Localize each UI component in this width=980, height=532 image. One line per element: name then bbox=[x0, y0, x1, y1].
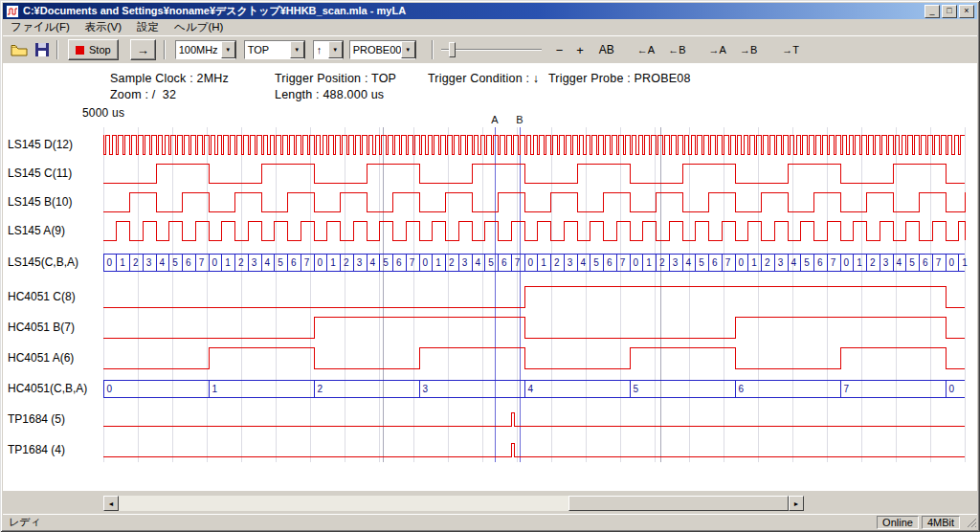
ab-span-button[interactable]: AB bbox=[594, 41, 619, 58]
run-button[interactable]: → bbox=[130, 39, 156, 60]
chevron-down-icon: ▼ bbox=[290, 41, 304, 58]
app-window: C:¥Documents and Settings¥noname¥デスクトップ¥… bbox=[0, 0, 980, 532]
bus-value: 3 bbox=[462, 257, 468, 268]
bus-value: 0 bbox=[528, 257, 534, 268]
channel-label-ls145-d12: LS145 D(12) bbox=[8, 138, 73, 151]
bus-value: 5 bbox=[488, 257, 494, 268]
bus-value: 5 bbox=[634, 384, 639, 394]
signal-tp1684-5 bbox=[103, 412, 965, 426]
toolbar-separator bbox=[56, 40, 58, 59]
info-length: Length : 488.000 us bbox=[275, 88, 384, 101]
signal-hc4051-a6 bbox=[103, 347, 965, 368]
bus-ls145-bus: 0123456701234567012345670123456701234567… bbox=[103, 254, 968, 271]
waveform-plot[interactable]: ABLS145 D(12)LS145 C(11)LS145 B(10)LS145… bbox=[3, 63, 977, 491]
open-folder-icon bbox=[11, 43, 28, 56]
channel-label-ls145-c11: LS145 C(11) bbox=[8, 166, 72, 180]
bus-value: 4 bbox=[528, 384, 534, 394]
bus-value: 1 bbox=[330, 257, 336, 268]
trigger-probe-select[interactable]: PROBE00 ▼ bbox=[349, 40, 416, 59]
goto-trigger-button[interactable]: →T bbox=[777, 42, 804, 57]
bus-value: 2 bbox=[318, 384, 323, 394]
signal-ls145-d12 bbox=[103, 135, 965, 154]
bus-value: 1 bbox=[541, 257, 546, 268]
bus-value: 5 bbox=[593, 257, 599, 268]
maximize-button[interactable]: □ bbox=[942, 5, 957, 18]
scrollbar-thumb[interactable] bbox=[568, 496, 789, 511]
bus-value: 0 bbox=[739, 257, 745, 268]
goto-b-fwd-button[interactable]: →B bbox=[735, 42, 762, 57]
bus-value: 3 bbox=[357, 257, 363, 268]
chevron-down-icon: ▼ bbox=[221, 41, 235, 58]
status-ready-text: レディ bbox=[3, 515, 877, 529]
bus-value: 1 bbox=[751, 257, 757, 268]
bus-value: 6 bbox=[607, 257, 612, 268]
scrollbar-track[interactable] bbox=[119, 496, 789, 511]
stop-label: Stop bbox=[89, 44, 111, 55]
zoom-out-button[interactable]: − bbox=[551, 41, 568, 59]
menu-help[interactable]: ヘルプ(H) bbox=[167, 19, 231, 35]
bus-value: 0 bbox=[949, 257, 955, 268]
bus-value: 7 bbox=[410, 257, 415, 268]
zoom-slider[interactable] bbox=[441, 40, 542, 59]
bus-value: 5 bbox=[804, 257, 810, 268]
bus-value: 6 bbox=[186, 257, 191, 268]
bus-value: 7 bbox=[936, 257, 942, 268]
zoom-slider-handle[interactable] bbox=[449, 42, 456, 57]
app-icon[interactable] bbox=[6, 5, 19, 18]
bus-value: 3 bbox=[146, 257, 152, 268]
scroll-right-button[interactable]: ► bbox=[789, 496, 804, 511]
bus-value: 6 bbox=[501, 257, 507, 268]
goto-b-back-button[interactable]: ←B bbox=[663, 42, 690, 57]
menu-file[interactable]: ファイル(F) bbox=[3, 19, 78, 35]
toolbar: Stop → 100MHz ▼ TOP ▼ ↑ ▼ PROBE00 ▼ − + … bbox=[3, 35, 977, 63]
stop-button[interactable]: Stop bbox=[68, 39, 119, 60]
horizontal-scrollbar[interactable]: ◄ ► bbox=[103, 496, 804, 511]
signal-hc4051-c8 bbox=[103, 286, 965, 307]
menu-view[interactable]: 表示(V) bbox=[78, 19, 129, 35]
resize-grip[interactable] bbox=[965, 516, 977, 529]
bus-value: 7 bbox=[831, 257, 836, 268]
zoom-in-button[interactable]: + bbox=[571, 41, 589, 59]
sample-clock-select[interactable]: 100MHz ▼ bbox=[175, 40, 236, 59]
chevron-down-icon: ▼ bbox=[328, 41, 343, 58]
bus-value: 3 bbox=[568, 257, 573, 268]
open-file-button[interactable] bbox=[9, 39, 30, 60]
signal-ls145-c11 bbox=[103, 164, 965, 183]
bus-value: 0 bbox=[212, 257, 218, 268]
bus-value: 6 bbox=[817, 257, 823, 268]
scroll-left-button[interactable]: ◄ bbox=[103, 496, 119, 511]
save-button[interactable] bbox=[32, 39, 53, 60]
trigger-position-value: TOP bbox=[245, 44, 290, 55]
bus-value: 0 bbox=[634, 257, 639, 268]
minimize-button[interactable]: _ bbox=[924, 5, 940, 18]
channel-label-ls145-a9: LS145 A(9) bbox=[8, 224, 65, 237]
toolbar-separator bbox=[432, 40, 434, 59]
status-online-badge: Online bbox=[877, 516, 919, 529]
signal-ls145-a9 bbox=[103, 221, 965, 240]
marker-a-label: A bbox=[491, 114, 499, 125]
menu-bar: ファイル(F) 表示(V) 設定 ヘルプ(H) bbox=[3, 19, 977, 35]
channel-label-tp1684-5: TP1684 (5) bbox=[8, 412, 65, 426]
bus-value: 3 bbox=[673, 257, 679, 268]
goto-a-back-button[interactable]: ←A bbox=[633, 42, 659, 57]
bus-value: 2 bbox=[554, 257, 560, 268]
bus-value: 6 bbox=[712, 257, 718, 268]
bus-value: 2 bbox=[344, 257, 349, 268]
signal-hc4051-b7 bbox=[103, 317, 965, 338]
bus-value: 4 bbox=[370, 257, 376, 268]
toolbar-separator bbox=[164, 40, 166, 59]
bus-value: 6 bbox=[291, 257, 297, 268]
bus-value: 5 bbox=[909, 257, 915, 268]
time-origin-label: 5000 us bbox=[82, 106, 124, 120]
goto-a-fwd-button[interactable]: →A bbox=[704, 42, 731, 57]
signal-ls145-b10 bbox=[103, 192, 965, 211]
menu-settings[interactable]: 設定 bbox=[129, 19, 167, 35]
bus-value: 4 bbox=[476, 257, 481, 268]
trigger-position-select[interactable]: TOP ▼ bbox=[244, 40, 305, 59]
bus-value: 2 bbox=[133, 257, 139, 268]
bus-value: 4 bbox=[791, 257, 797, 268]
info-trigger-condition: Trigger Condition : ↓ bbox=[428, 72, 539, 85]
close-button[interactable]: × bbox=[959, 5, 974, 18]
window-title: C:¥Documents and Settings¥noname¥デスクトップ¥… bbox=[23, 4, 923, 18]
trigger-edge-select[interactable]: ↑ ▼ bbox=[313, 40, 344, 59]
